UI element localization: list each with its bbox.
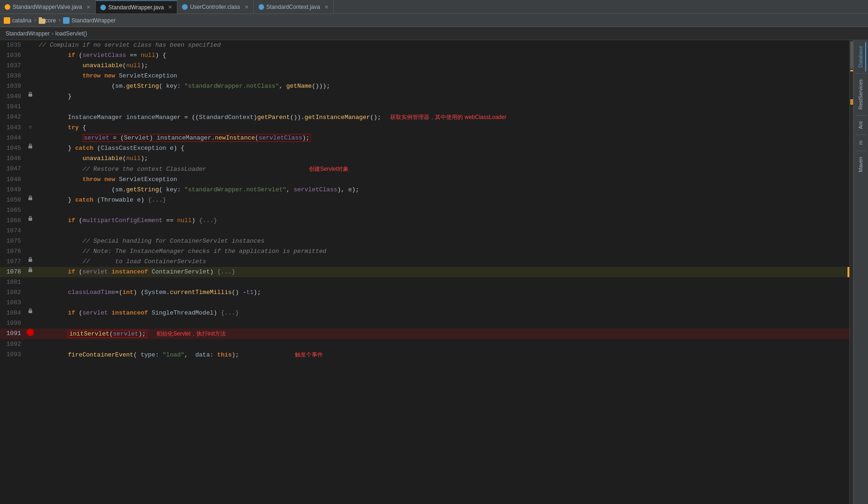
line-num-1039: 1039 <box>0 81 26 91</box>
code-line-1076: 1076 // Note: The InstanceManager checks… <box>0 246 849 257</box>
code-line-1039: 1039 (sm.getString( key: "standardWrappe… <box>0 81 849 91</box>
class-icon-bc <box>63 17 70 24</box>
file-breadcrumb: StandardWrapper › loadServlet() <box>0 27 868 40</box>
tabs-bar: StandardWrapperValve.java ✕ StandardWrap… <box>0 0 868 14</box>
line-num-1082: 1082 <box>0 287 26 298</box>
line-num-1041: 1041 <box>0 102 26 112</box>
mini-scrollbar[interactable] <box>849 40 853 504</box>
code-text-1082: classLoadTime=(int) (System.currentTimeM… <box>35 287 849 298</box>
code-text-1049: (sm.getString( key: "standardWrapper.not… <box>35 185 849 195</box>
lock-icon-1078 <box>28 267 33 273</box>
folder-icon <box>39 17 45 24</box>
svg-rect-7 <box>28 269 32 272</box>
tab-standardwrappervalve[interactable]: StandardWrapperValve.java ✕ <box>0 0 96 14</box>
right-panel: Database RestServices Ant m Maven <box>853 40 868 504</box>
scroll-marker-1 <box>850 70 853 71</box>
line-num-1044: 1044 <box>0 133 26 143</box>
code-line-1077: 1077 // to load ContainerServlets <box>0 257 849 267</box>
lock-icon-1084 <box>28 308 33 314</box>
line-num-1035: 1035 <box>0 40 26 50</box>
code-line-1036: 1036 if (servletClass == null) { <box>0 50 849 61</box>
code-line-1044: 1044 servlet = (Servlet) instanceManager… <box>0 133 849 143</box>
tab-usercontroller[interactable]: UserController.class ✕ <box>177 0 253 14</box>
class-icon <box>182 4 188 10</box>
svg-rect-2 <box>28 94 32 97</box>
gutter-1045 <box>26 143 35 149</box>
tab-close[interactable]: ✕ <box>86 4 91 10</box>
line-num-1036: 1036 <box>0 50 26 61</box>
line-num-1093: 1093 <box>0 350 26 360</box>
top-breadcrumb: catalina › core › StandardWrapper <box>0 14 868 27</box>
panel-divider-4 <box>855 151 867 151</box>
gutter-1091 <box>26 329 35 336</box>
gutter-1084 <box>26 308 35 314</box>
line-num-1065: 1065 <box>0 205 26 216</box>
code-text-1074 <box>35 226 849 236</box>
gutter-1077 <box>26 257 35 262</box>
code-text-1046: unavailable(null); <box>35 154 849 164</box>
code-line-1093: 1093 fireContainerEvent( type: "load", d… <box>0 350 849 360</box>
code-text-1091: initServlet(servlet);初始化Servlet，执行init方法 <box>35 329 849 339</box>
code-text-1093: fireContainerEvent( type: "load", data: … <box>35 350 849 360</box>
code-text-1037: unavailable(null); <box>35 61 849 71</box>
java-icon-sc <box>259 4 264 10</box>
tab-label-sc: StandardContext.java <box>266 4 320 10</box>
code-text-1040: } <box>35 91 849 102</box>
code-text-1036: if (servletClass == null) { <box>35 50 849 61</box>
scroll-marker-2 <box>850 99 853 101</box>
line-num-1045: 1045 <box>0 143 26 154</box>
code-line-1075: 1075 // Special handling for ContainerSe… <box>0 236 849 246</box>
code-text-1090 <box>35 318 849 329</box>
code-text-1047: // Restore the context ClassLoader创建Serv… <box>35 164 849 175</box>
gutter-1066 <box>26 216 35 221</box>
breadcrumb-core: core <box>45 17 56 24</box>
tab-label-active: StandardWrapper.java <box>108 4 164 11</box>
code-line-1043: 1043 ▽ try { <box>0 123 849 133</box>
code-line-1037: 1037 unavailable(null); <box>0 61 849 71</box>
code-line-1035: 1035 // Complain if no servlet class has… <box>0 40 849 50</box>
lock-icon-1066 <box>28 216 33 221</box>
line-num-1092: 1092 <box>0 339 26 350</box>
tab-standardwrapper[interactable]: StandardWrapper.java ✕ <box>96 0 177 14</box>
code-text-1043: try { <box>35 123 849 133</box>
breakpoint-icon-1091[interactable] <box>27 329 34 336</box>
code-text-1078: if (servlet instanceof ContainerServlet)… <box>35 267 849 277</box>
right-panel-tab-database[interactable]: Database <box>856 42 866 71</box>
code-line-1038: 1038 throw new ServletException <box>0 71 849 81</box>
code-text-1092 <box>35 339 849 350</box>
code-text-1045: } catch (ClassCastException e) { <box>35 143 849 154</box>
line-num-1077: 1077 <box>0 257 26 267</box>
line-num-1075: 1075 <box>0 236 26 246</box>
code-line-1081: 1081 <box>0 277 849 287</box>
gutter-1050 <box>26 195 35 201</box>
right-panel-tab-restservices[interactable]: RestServices <box>856 76 866 113</box>
scroll-marker-4 <box>850 103 853 105</box>
right-panel-tab-m[interactable]: m <box>856 137 866 148</box>
code-line-1090: 1090 <box>0 318 849 329</box>
line-num-1037: 1037 <box>0 61 26 71</box>
lock-icon-1050 <box>28 195 33 201</box>
line-num-1042: 1042 <box>0 112 26 122</box>
lock-icon-1040 <box>28 91 33 97</box>
right-panel-tab-maven[interactable]: Maven <box>856 153 866 176</box>
tab-standardcontext[interactable]: StandardContext.java ✕ <box>254 0 334 14</box>
code-line-1049: 1049 (sm.getString( key: "standardWrappe… <box>0 185 849 195</box>
tab-close-sc[interactable]: ✕ <box>324 4 329 10</box>
right-panel-tab-ant[interactable]: Ant <box>856 118 866 133</box>
code-text-1076: // Note: The InstanceManager checks if t… <box>35 246 849 257</box>
line-num-1048: 1048 <box>0 175 26 185</box>
fold-icon-1043[interactable]: ▽ <box>29 123 32 133</box>
tab-close-uc[interactable]: ✕ <box>245 4 249 10</box>
code-container[interactable]: 1035 // Complain if no servlet class has… <box>0 40 849 504</box>
gutter-1043: ▽ <box>26 123 35 133</box>
yellow-indicator-1078 <box>847 267 849 277</box>
code-line-1082: 1082 classLoadTime=(int) (System.current… <box>0 287 849 298</box>
svg-rect-1 <box>39 17 42 19</box>
code-text-1083 <box>35 298 849 308</box>
tab-label: StandardWrapperValve.java <box>13 4 82 10</box>
code-line-1083: 1083 <box>0 298 849 308</box>
code-text-1039: (sm.getString( key: "standardWrapper.not… <box>35 81 849 91</box>
code-line-1041: 1041 <box>0 102 849 112</box>
line-num-1066: 1066 <box>0 216 26 226</box>
tab-close-active[interactable]: ✕ <box>168 4 172 10</box>
